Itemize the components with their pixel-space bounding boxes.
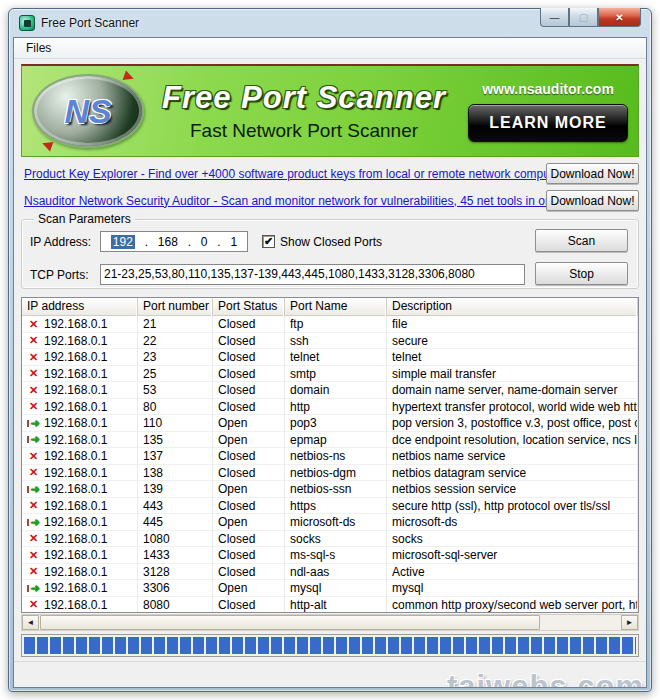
cell-ip-address: 192.168.0.1 xyxy=(44,366,107,382)
stop-button[interactable]: Stop xyxy=(535,262,628,285)
table-row[interactable]: ✕ 192.168.0.1 21 Closed ftp file xyxy=(22,316,638,333)
checkbox-checked-icon[interactable]: ✔ xyxy=(262,235,275,248)
cell-description: common http proxy/second web server port… xyxy=(387,597,638,614)
table-row[interactable]: ➜ 192.168.0.1 139 Open netbios-ssn netbi… xyxy=(22,481,638,498)
closed-port-icon: ✕ xyxy=(27,598,40,611)
cell-port-status: Closed xyxy=(213,597,285,614)
cell-description: secure xyxy=(387,333,638,350)
column-header-ip[interactable]: IP address xyxy=(22,298,138,316)
menu-item-files[interactable]: Files xyxy=(21,40,56,56)
table-row[interactable]: ✕ 192.168.0.1 22 Closed ssh secure xyxy=(22,333,638,350)
cell-port-status: Closed xyxy=(213,333,285,350)
table-row[interactable]: ✕ 192.168.0.1 3128 Closed ndl-aas Active xyxy=(22,564,638,581)
cell-description: file xyxy=(387,316,638,333)
minimize-button[interactable]: — xyxy=(540,8,569,27)
cell-port-name: ssh xyxy=(285,333,387,350)
scrollbar-track[interactable] xyxy=(540,615,621,630)
closed-port-icon: ✕ xyxy=(27,367,40,380)
table-row[interactable]: ➜ 192.168.0.1 110 Open pop3 pop version … xyxy=(22,415,638,432)
cell-port-status: Closed xyxy=(213,498,285,515)
table-row[interactable]: ✕ 192.168.0.1 23 Closed telnet telnet xyxy=(22,349,638,366)
column-header-status[interactable]: Port Status xyxy=(213,298,285,316)
table-row[interactable]: ✕ 192.168.0.1 1433 Closed ms-sql-s micro… xyxy=(22,547,638,564)
cell-ip-address: 192.168.0.1 xyxy=(44,432,107,448)
cell-ip-address: 192.168.0.1 xyxy=(44,481,107,497)
column-header-port[interactable]: Port number xyxy=(138,298,213,316)
ip-address-input[interactable]: 192 . 168 . 0 . 1 xyxy=(100,231,248,252)
closed-port-icon: ✕ xyxy=(27,450,40,463)
table-row[interactable]: ➜ 192.168.0.1 3306 Open mysql mysql xyxy=(22,580,638,597)
scan-progress-bar xyxy=(21,634,639,657)
show-closed-ports-checkbox[interactable]: ✔ Show Closed Ports xyxy=(262,235,382,249)
table-row[interactable]: ✕ 192.168.0.1 443 Closed https secure ht… xyxy=(22,498,638,515)
table-row[interactable]: ✕ 192.168.0.1 8080 Closed http-alt commo… xyxy=(22,597,638,614)
tcp-ports-label: TCP Ports: xyxy=(30,268,100,282)
learn-more-button[interactable]: LEARN MORE xyxy=(468,104,628,142)
table-row[interactable]: ✕ 192.168.0.1 138 Closed netbios-dgm net… xyxy=(22,465,638,482)
ip-octet-1[interactable]: 192 xyxy=(111,235,135,249)
cell-port-number: 53 xyxy=(138,382,213,399)
cell-port-number: 80 xyxy=(138,399,213,416)
download-now-button-1[interactable]: Download Now! xyxy=(546,163,639,184)
maximize-button[interactable]: ▢ xyxy=(569,8,598,27)
cell-port-name: pop3 xyxy=(285,415,387,432)
table-row[interactable]: ➜ 192.168.0.1 135 Open epmap dce endpoin… xyxy=(22,432,638,449)
closed-port-icon: ✕ xyxy=(27,400,40,413)
table-row[interactable]: ➜ 192.168.0.1 445 Open microsoft-ds micr… xyxy=(22,514,638,531)
cell-ip-address: 192.168.0.1 xyxy=(44,399,107,415)
closed-port-icon: ✕ xyxy=(27,499,40,512)
column-header-name[interactable]: Port Name xyxy=(285,298,387,316)
cell-port-status: Closed xyxy=(213,316,285,333)
cell-port-name: smtp xyxy=(285,366,387,383)
open-port-icon: ➜ xyxy=(27,433,40,446)
cell-port-number: 3306 xyxy=(138,580,213,597)
cell-port-number: 138 xyxy=(138,465,213,482)
cell-port-number: 443 xyxy=(138,498,213,515)
tcp-ports-input[interactable]: 21-23,25,53,80,110,135,137-139,443,445,1… xyxy=(100,264,525,285)
cell-port-number: 110 xyxy=(138,415,213,432)
banner-text: Free Port Scanner Fast Network Port Scan… xyxy=(144,80,468,142)
column-header-description[interactable]: Description xyxy=(387,298,638,316)
scan-button[interactable]: Scan xyxy=(535,229,628,252)
promo-link-nsauditor[interactable]: Nsauditor Network Security Auditor - Sca… xyxy=(21,194,546,208)
table-row[interactable]: ✕ 192.168.0.1 25 Closed smtp simple mail… xyxy=(22,366,638,383)
cell-port-name: http xyxy=(285,399,387,416)
scroll-left-icon[interactable]: ◄ xyxy=(22,615,39,630)
table-row[interactable]: ✕ 192.168.0.1 1080 Closed socks socks xyxy=(22,531,638,548)
cell-port-name: ndl-aas xyxy=(285,564,387,581)
cell-ip-address: 192.168.0.1 xyxy=(44,547,107,563)
cell-description: microsoft-sql-server xyxy=(387,547,638,564)
cell-port-number: 25 xyxy=(138,366,213,383)
ip-octet-4[interactable]: 1 xyxy=(230,235,237,249)
ip-octet-3[interactable]: 0 xyxy=(201,235,208,249)
cell-ip-address: 192.168.0.1 xyxy=(44,333,107,349)
cell-description: simple mail transfer xyxy=(387,366,638,383)
banner-website-link[interactable]: www.nsauditor.com xyxy=(468,81,628,97)
promo-link-product-key-explorer[interactable]: Product Key Explorer - Find over +4000 s… xyxy=(21,167,546,181)
close-button[interactable]: ✕ xyxy=(598,8,641,27)
titlebar[interactable]: Free Port Scanner — ▢ ✕ xyxy=(13,9,647,37)
banner-ad[interactable]: NS Free Port Scanner Fast Network Port S… xyxy=(21,64,639,157)
cell-ip-address: 192.168.0.1 xyxy=(44,465,107,481)
promo-row: Product Key Explorer - Find over +4000 s… xyxy=(21,163,639,184)
cell-port-name: epmap xyxy=(285,432,387,449)
horizontal-scrollbar[interactable]: ◄ ► xyxy=(21,614,639,631)
table-row[interactable]: ✕ 192.168.0.1 53 Closed domain domain na… xyxy=(22,382,638,399)
cell-port-status: Open xyxy=(213,580,285,597)
scroll-right-icon[interactable]: ► xyxy=(621,615,638,630)
cell-port-number: 22 xyxy=(138,333,213,350)
cell-description: socks xyxy=(387,531,638,548)
ip-octet-2[interactable]: 168 xyxy=(158,235,178,249)
cell-ip-address: 192.168.0.1 xyxy=(44,498,107,514)
table-row[interactable]: ✕ 192.168.0.1 137 Closed netbios-ns netb… xyxy=(22,448,638,465)
scan-parameters-group: Scan Parameters IP Address: 192 . 168 . … xyxy=(21,219,639,289)
cell-port-number: 445 xyxy=(138,514,213,531)
cell-port-name: telnet xyxy=(285,349,387,366)
window-controls: — ▢ ✕ xyxy=(540,8,641,27)
table-row[interactable]: ✕ 192.168.0.1 80 Closed http hypertext t… xyxy=(22,399,638,416)
scrollbar-thumb[interactable] xyxy=(40,615,540,630)
download-now-button-2[interactable]: Download Now! xyxy=(546,190,639,211)
cell-description: netbios datagram service xyxy=(387,465,638,482)
app-window: Free Port Scanner — ▢ ✕ Files NS Free Po… xyxy=(8,8,652,692)
cell-ip-address: 192.168.0.1 xyxy=(44,415,107,431)
